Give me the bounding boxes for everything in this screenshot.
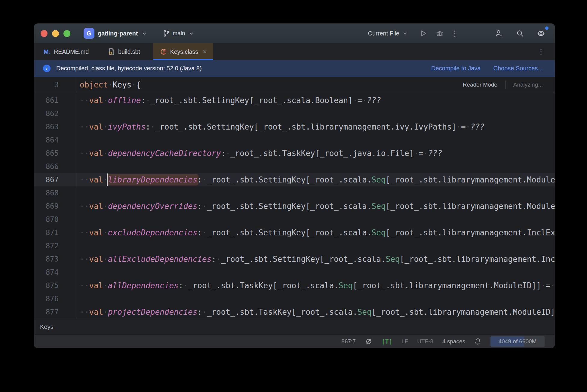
line-number[interactable]: 870 — [34, 213, 76, 226]
line-number[interactable]: 877 — [34, 305, 76, 319]
line-number[interactable]: 871 — [34, 226, 76, 239]
code-with-me-button[interactable] — [493, 27, 505, 39]
analyzing-status: Analyzing... — [513, 81, 543, 88]
indent-indicator[interactable]: 4 spaces — [442, 338, 465, 345]
divider — [505, 81, 506, 89]
git-branch-icon — [163, 30, 170, 37]
maximize-window-button[interactable] — [63, 30, 70, 37]
line-number[interactable]: 863 — [34, 120, 76, 133]
search-everywhere-button[interactable] — [514, 27, 526, 39]
gear-icon — [537, 29, 545, 38]
line-number[interactable]: 873 — [34, 253, 76, 266]
code-line[interactable]: 876 — [34, 292, 555, 305]
chevron-down-icon — [403, 32, 407, 35]
code-text: ··val·allExcludeDependencies:·_root_.sbt… — [76, 255, 555, 264]
run-configuration-selector[interactable]: Current File — [368, 30, 407, 37]
sticky-line[interactable]: 3 object·Keys·{ Reader Mode Analyzing... — [34, 77, 555, 93]
sbt-file-icon — [108, 48, 115, 56]
debug-button[interactable] — [434, 27, 446, 39]
choose-sources-link[interactable]: Choose Sources... — [493, 65, 543, 72]
sticky-line-number: 3 — [34, 77, 76, 93]
close-window-button[interactable] — [41, 30, 48, 37]
code-text: ··val·dependencyOverrides:·_root_.sbt.Se… — [76, 202, 555, 211]
line-number[interactable]: 867 — [34, 173, 76, 186]
code-line[interactable]: 868 — [34, 186, 555, 200]
memory-indicator[interactable]: 4049 of 6600M — [490, 336, 545, 347]
code-line[interactable]: 867··val·libraryDependencies:·_root_.sbt… — [34, 173, 555, 186]
line-number[interactable]: 861 — [34, 94, 76, 107]
minimize-window-button[interactable] — [52, 30, 59, 37]
code-editor[interactable]: 861··val·offline:·_root_.sbt.SettingKey[… — [34, 93, 555, 319]
tab-readme-md[interactable]: M↓ README.md — [38, 43, 95, 60]
run-configuration-label: Current File — [368, 30, 399, 37]
code-line[interactable]: 875··val·allDependencies:·_root_.sbt.Tas… — [34, 279, 555, 292]
line-number[interactable]: 868 — [34, 186, 76, 200]
notification-dot — [545, 26, 549, 30]
breadcrumb: Keys — [34, 319, 555, 334]
close-icon[interactable]: × — [203, 48, 207, 55]
code-line[interactable]: 871··val·excludeDependencies:·_root_.sbt… — [34, 226, 555, 239]
line-number[interactable]: 876 — [34, 292, 76, 305]
code-line[interactable]: 866 — [34, 160, 555, 173]
settings-button[interactable] — [535, 27, 547, 39]
tab-keys-class[interactable]: Keys.class × — [153, 43, 213, 60]
run-button[interactable] — [417, 27, 429, 39]
line-number[interactable]: 874 — [34, 266, 76, 279]
code-line[interactable]: 864 — [34, 133, 555, 147]
code-text: ··val·dependencyCacheDirectory:·_root_.s… — [76, 149, 442, 158]
code-line[interactable]: 869··val·dependencyOverrides:·_root_.sbt… — [34, 200, 555, 213]
decompiler-banner: i Decompiled .class file, bytecode versi… — [34, 60, 555, 77]
tab-build-sbt[interactable]: build.sbt — [102, 43, 146, 60]
bug-icon — [436, 29, 444, 37]
code-line[interactable]: 877··val·projectDependencies:·_root_.sbt… — [34, 305, 555, 319]
line-number[interactable]: 865 — [34, 147, 76, 160]
decompile-to-java-link[interactable]: Decompile to Java — [431, 65, 481, 72]
caret-position[interactable]: 867:7 — [341, 338, 356, 345]
line-ending-indicator[interactable]: LF — [401, 338, 408, 345]
code-line[interactable]: 861··val·offline:·_root_.sbt.SettingKey[… — [34, 94, 555, 107]
line-number[interactable]: 864 — [34, 133, 76, 147]
code-text: ··val·ivyPaths:·_root_.sbt.SettingKey[_r… — [76, 122, 484, 131]
tab-list-button[interactable]: ⋮ — [534, 43, 555, 60]
more-actions-button[interactable]: ⋮ — [451, 29, 459, 38]
highlighting-off-icon[interactable] — [365, 338, 373, 345]
encoding-indicator[interactable]: UTF-8 — [417, 338, 433, 345]
breadcrumb-item[interactable]: Keys — [40, 323, 53, 330]
bell-icon[interactable] — [474, 338, 481, 345]
project-widget[interactable]: G gatling-parent — [84, 28, 146, 39]
markdown-icon: M↓ — [44, 48, 51, 55]
add-user-icon — [495, 29, 503, 38]
info-icon: i — [43, 65, 51, 72]
line-number[interactable]: 872 — [34, 239, 76, 253]
chevron-down-icon — [142, 32, 146, 35]
code-lines: 861··val·offline:·_root_.sbt.SettingKey[… — [34, 94, 555, 319]
code-line[interactable]: 865··val·dependencyCacheDirectory:·_root… — [34, 147, 555, 160]
line-number[interactable]: 875 — [34, 279, 76, 292]
code-text: ··val·libraryDependencies:·_root_.sbt.Se… — [76, 175, 555, 184]
editor-tab-bar: M↓ README.md build.sbt — [34, 43, 555, 60]
tab-label: build.sbt — [118, 48, 140, 55]
reader-mode-label[interactable]: Reader Mode — [463, 81, 497, 88]
memory-usage-text: 4049 of 6600M — [499, 338, 537, 345]
line-number[interactable]: 862 — [34, 107, 76, 120]
code-text: ··val·allDependencies:·_root_.sbt.TaskKe… — [76, 281, 555, 290]
status-bar: 867:7 [T] LF UTF-8 4 spaces 4049 of 6600… — [34, 334, 555, 348]
class-file-icon — [159, 48, 167, 56]
code-line[interactable]: 872 — [34, 239, 555, 253]
tab-label: README.md — [54, 48, 89, 55]
search-icon — [516, 29, 524, 38]
code-text: ··val·offline:·_root_.sbt.SettingKey[_ro… — [76, 96, 381, 105]
banner-message: Decompiled .class file, bytecode version… — [56, 65, 202, 72]
window-controls — [41, 30, 70, 37]
line-number[interactable]: 869 — [34, 200, 76, 213]
vcs-widget[interactable]: main — [163, 30, 193, 37]
textmate-badge[interactable]: [T] — [382, 338, 392, 345]
code-line[interactable]: 874 — [34, 266, 555, 279]
code-line[interactable]: 870 — [34, 213, 555, 226]
code-line[interactable]: 863··val·ivyPaths:·_root_.sbt.SettingKey… — [34, 120, 555, 133]
tab-label: Keys.class — [170, 48, 198, 55]
code-line[interactable]: 873··val·allExcludeDependencies:·_root_.… — [34, 253, 555, 266]
project-name: gatling-parent — [98, 30, 138, 37]
line-number[interactable]: 866 — [34, 160, 76, 173]
code-line[interactable]: 862 — [34, 107, 555, 120]
